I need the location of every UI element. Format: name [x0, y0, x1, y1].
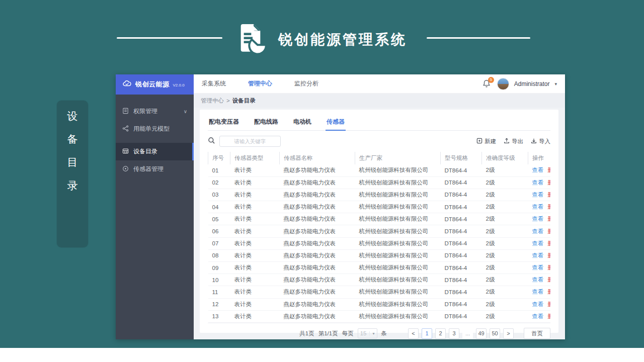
cell-actions: 查看删除 — [528, 164, 551, 176]
cell-sensor-type: 表计类 — [230, 286, 280, 298]
view-link[interactable]: 查看 — [532, 192, 544, 198]
view-link[interactable]: 查看 — [532, 301, 544, 307]
cell-sensor-type: 表计类 — [230, 249, 280, 261]
table-row: 06 表计类 燕赵多功能电力仪表 杭州锐创能源科技有限公司 DT864-4 2级… — [208, 225, 551, 237]
cell-accuracy: 2级 — [482, 164, 528, 176]
cell-sensor-name: 燕赵多功能电力仪表 — [280, 176, 355, 189]
table-row: 01 表计类 燕赵多功能电力仪表 杭州锐创能源科技有限公司 DT864-4 2级… — [208, 164, 551, 176]
cell-manufacturer: 杭州锐创能源科技有限公司 — [355, 249, 441, 261]
cell-sensor-name: 燕赵多功能电力仪表 — [280, 189, 355, 201]
cloud-icon — [122, 79, 132, 90]
cell-sensor-name: 燕赵多功能电力仪表 — [280, 298, 355, 310]
new-button[interactable]: 新建 — [476, 138, 496, 145]
delete-link[interactable]: 删除 — [548, 252, 551, 258]
nav-item-collection-system[interactable]: 采集系统 — [202, 79, 226, 88]
view-link[interactable]: 查看 — [532, 179, 544, 186]
magnifier-icon — [208, 137, 215, 146]
import-button-label: 导入 — [539, 138, 550, 145]
view-link[interactable]: 查看 — [532, 289, 544, 295]
delete-link[interactable]: 删除 — [548, 313, 551, 319]
delete-link[interactable]: 删除 — [548, 167, 551, 173]
device-type-tabs: 配电变压器 配电线路 电动机 传感器 — [208, 110, 550, 131]
sidebar: 锐创云能源 V2.0.0 权限管理 ∨ — [116, 74, 194, 339]
sidebar-item-permission-management[interactable]: 权限管理 ∨ — [116, 103, 194, 120]
delete-link[interactable]: 删除 — [548, 228, 551, 234]
bell-icon[interactable]: 5 — [482, 79, 492, 89]
view-link[interactable]: 查看 — [532, 167, 544, 173]
tab-distribution-transformer[interactable]: 配电变压器 — [208, 114, 240, 130]
pager-page-49[interactable]: 49 — [476, 328, 487, 339]
view-link[interactable]: 查看 — [532, 240, 544, 246]
per-page-select[interactable]: 15 ▾ — [358, 328, 377, 338]
table-row: 08 表计类 燕赵多功能电力仪表 杭州锐创能源科技有限公司 DT864-4 2级… — [208, 249, 551, 261]
cell-sensor-name: 燕赵多功能电力仪表 — [280, 262, 355, 274]
pager-next-button[interactable]: > — [503, 328, 514, 339]
breadcrumb-parent[interactable]: 管理中心 — [201, 97, 224, 105]
view-link[interactable]: 查看 — [532, 252, 544, 258]
delete-link[interactable]: 删除 — [548, 240, 551, 246]
import-button[interactable]: 导入 — [531, 138, 550, 145]
pager-page-1[interactable]: 1 — [422, 328, 432, 339]
view-link[interactable]: 查看 — [532, 313, 544, 319]
export-button[interactable]: 导出 — [504, 138, 523, 145]
top-navbar: 采集系统 管理中心 监控分析 5 Administrator ▾ — [194, 74, 565, 94]
cell-sensor-name: 燕赵多功能电力仪表 — [280, 225, 355, 237]
pager-prev-button[interactable]: < — [408, 328, 419, 339]
cell-manufacturer: 杭州锐创能源科技有限公司 — [355, 286, 441, 298]
sidebar-item-energy-unit-model[interactable]: 用能单元模型 — [116, 120, 194, 138]
cell-manufacturer: 杭州锐创能源科技有限公司 — [355, 164, 441, 176]
sidebar-item-sensor-management[interactable]: 传感器管理 — [116, 160, 194, 178]
delete-link[interactable]: 删除 — [548, 216, 551, 222]
delete-link[interactable]: 删除 — [548, 264, 551, 270]
pager-page-50[interactable]: 50 — [490, 328, 500, 339]
pager-page-2[interactable]: 2 — [435, 328, 446, 339]
cell-manufacturer: 杭州锐创能源科技有限公司 — [355, 201, 441, 213]
search-input[interactable] — [219, 136, 281, 147]
table-row: 03 表计类 燕赵多功能电力仪表 杭州锐创能源科技有限公司 DT864-4 2级… — [208, 189, 551, 201]
view-link[interactable]: 查看 — [532, 264, 544, 270]
delete-link[interactable]: 删除 — [548, 277, 551, 283]
tab-distribution-line[interactable]: 配电线路 — [253, 114, 279, 130]
cell-accuracy: 2级 — [482, 237, 528, 249]
view-link[interactable]: 查看 — [532, 204, 544, 210]
current-page-label: 第1/1页 — [318, 330, 338, 337]
table-row: 05 表计类 燕赵多功能电力仪表 杭州锐创能源科技有限公司 DT864-4 2级… — [208, 213, 551, 225]
delete-link[interactable]: 删除 — [548, 289, 551, 295]
col-header-sensor-name: 传感器名称 — [280, 152, 355, 164]
cell-manufacturer: 杭州锐创能源科技有限公司 — [355, 274, 441, 286]
vertical-section-tag: 设 备 目 录 — [57, 101, 88, 247]
grid-icon — [122, 148, 129, 156]
first-page-button[interactable]: 首页 — [524, 328, 550, 339]
delete-link[interactable]: 删除 — [548, 301, 551, 307]
delete-link[interactable]: 删除 — [548, 179, 551, 186]
view-link[interactable]: 查看 — [532, 228, 544, 234]
cell-model: DT864-4 — [441, 237, 482, 249]
nav-item-management-center[interactable]: 管理中心 — [248, 79, 272, 88]
chevron-down-icon[interactable]: ▾ — [554, 81, 557, 86]
pager-page-3[interactable]: 3 — [449, 328, 459, 339]
pager-ellipsis: ... — [462, 328, 473, 339]
tab-sensor[interactable]: 传感器 — [326, 114, 346, 130]
document-icon — [122, 108, 129, 116]
cell-actions: 查看删除 — [528, 201, 551, 213]
user-avatar[interactable] — [497, 78, 509, 90]
username-label[interactable]: Administrator — [514, 80, 550, 87]
per-page-value: 15 — [360, 330, 367, 336]
side-tag-char: 备 — [67, 134, 78, 145]
sidebar-item-device-catalog[interactable]: 设备目录 — [116, 143, 194, 160]
view-link[interactable]: 查看 — [532, 277, 544, 283]
delete-link[interactable]: 删除 — [548, 192, 551, 198]
sidebar-item-label: 权限管理 — [133, 107, 157, 116]
delete-link[interactable]: 删除 — [548, 204, 551, 210]
sidebar-logo: 锐创云能源 V2.0.0 — [116, 74, 194, 95]
sidebar-version: V2.0.0 — [173, 83, 185, 87]
table-row: 12 表计类 燕赵多功能电力仪表 杭州锐创能源科技有限公司 DT864-4 2级… — [208, 298, 551, 310]
cell-model: DT864-4 — [441, 274, 482, 286]
sensor-icon — [122, 165, 129, 173]
table-row: 07 表计类 燕赵多功能电力仪表 杭州锐创能源科技有限公司 DT864-4 2级… — [208, 237, 551, 249]
nav-item-monitoring-analysis[interactable]: 监控分析 — [294, 79, 318, 88]
tab-electric-motor[interactable]: 电动机 — [292, 114, 312, 130]
sidebar-item-label: 设备目录 — [133, 147, 157, 156]
cell-sensor-name: 燕赵多功能电力仪表 — [280, 310, 355, 322]
view-link[interactable]: 查看 — [532, 216, 544, 222]
